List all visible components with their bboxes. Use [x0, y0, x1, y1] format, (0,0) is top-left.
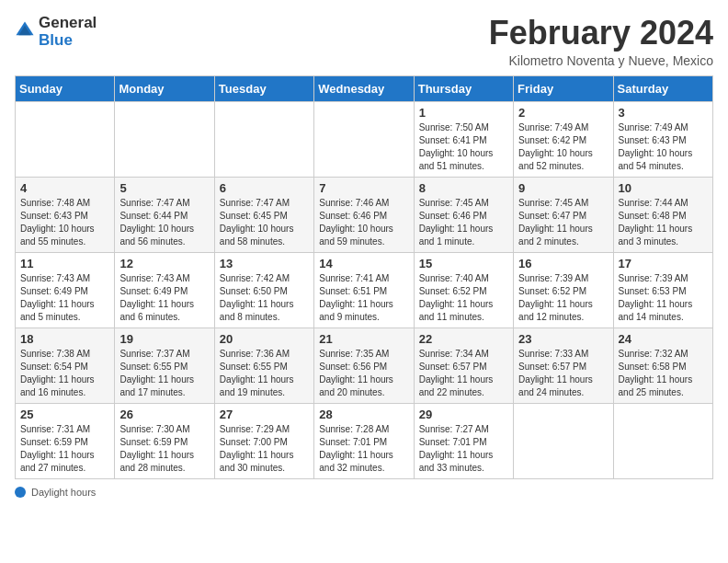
day-number: 2 [518, 106, 608, 120]
calendar-cell: 2Sunrise: 7:49 AM Sunset: 6:42 PM Daylig… [514, 101, 613, 177]
calendar-cell: 17Sunrise: 7:39 AM Sunset: 6:53 PM Dayli… [613, 252, 712, 327]
logo-icon [15, 20, 35, 40]
day-info: Sunrise: 7:46 AM Sunset: 6:46 PM Dayligh… [319, 197, 408, 248]
day-info: Sunrise: 7:43 AM Sunset: 6:49 PM Dayligh… [119, 272, 209, 324]
calendar-cell: 22Sunrise: 7:34 AM Sunset: 6:57 PM Dayli… [414, 327, 513, 403]
location-text: Kilometro Noventa y Nueve, Mexico [489, 53, 713, 68]
day-number: 25 [20, 408, 109, 421]
calendar-cell: 28Sunrise: 7:28 AM Sunset: 7:01 PM Dayli… [314, 403, 414, 478]
day-of-week-header: Monday [115, 75, 214, 101]
day-number: 7 [319, 181, 408, 195]
calendar-cell [214, 101, 313, 177]
calendar-cell: 4Sunrise: 7:48 AM Sunset: 6:43 PM Daylig… [16, 177, 115, 252]
calendar-cell: 16Sunrise: 7:39 AM Sunset: 6:52 PM Dayli… [514, 252, 613, 327]
calendar-week-row: 1Sunrise: 7:50 AM Sunset: 6:41 PM Daylig… [16, 101, 713, 177]
day-info: Sunrise: 7:34 AM Sunset: 6:57 PM Dayligh… [419, 348, 508, 399]
day-of-week-header: Saturday [613, 75, 712, 101]
day-info: Sunrise: 7:28 AM Sunset: 7:01 PM Dayligh… [319, 423, 408, 475]
day-info: Sunrise: 7:31 AM Sunset: 6:59 PM Dayligh… [20, 423, 109, 475]
day-number: 11 [20, 257, 109, 270]
calendar-cell: 23Sunrise: 7:33 AM Sunset: 6:57 PM Dayli… [514, 327, 613, 403]
calendar-cell: 26Sunrise: 7:30 AM Sunset: 6:59 PM Dayli… [115, 403, 214, 478]
calendar-cell [115, 101, 214, 177]
day-info: Sunrise: 7:45 AM Sunset: 6:46 PM Dayligh… [419, 197, 508, 248]
day-number: 15 [419, 257, 508, 270]
calendar-cell [314, 101, 414, 177]
calendar-cell: 27Sunrise: 7:29 AM Sunset: 7:00 PM Dayli… [214, 403, 313, 478]
page-header: General Blue February 2024 Kilometro Nov… [15, 15, 713, 68]
day-info: Sunrise: 7:29 AM Sunset: 7:00 PM Dayligh… [220, 423, 309, 475]
day-number: 4 [20, 181, 109, 195]
calendar-cell: 9Sunrise: 7:45 AM Sunset: 6:47 PM Daylig… [514, 177, 613, 252]
calendar-cell: 6Sunrise: 7:47 AM Sunset: 6:45 PM Daylig… [214, 177, 313, 252]
day-info: Sunrise: 7:39 AM Sunset: 6:52 PM Dayligh… [518, 272, 608, 324]
calendar-cell [613, 403, 712, 478]
month-title: February 2024 [489, 15, 713, 52]
day-number: 22 [419, 332, 508, 346]
day-number: 27 [220, 408, 309, 421]
day-number: 8 [419, 181, 508, 195]
day-number: 28 [319, 408, 408, 421]
day-number: 6 [220, 181, 309, 195]
day-number: 24 [619, 332, 708, 346]
day-info: Sunrise: 7:32 AM Sunset: 6:58 PM Dayligh… [619, 348, 708, 399]
day-info: Sunrise: 7:41 AM Sunset: 6:51 PM Dayligh… [319, 272, 408, 324]
day-number: 20 [220, 332, 309, 346]
day-info: Sunrise: 7:45 AM Sunset: 6:47 PM Dayligh… [518, 197, 608, 248]
day-number: 23 [518, 332, 608, 346]
day-of-week-header: Tuesday [214, 75, 313, 101]
footer-dot-icon [15, 487, 26, 498]
calendar-cell: 13Sunrise: 7:42 AM Sunset: 6:50 PM Dayli… [214, 252, 313, 327]
day-number: 19 [119, 332, 209, 346]
calendar-week-row: 4Sunrise: 7:48 AM Sunset: 6:43 PM Daylig… [16, 177, 713, 252]
day-info: Sunrise: 7:49 AM Sunset: 6:42 PM Dayligh… [518, 121, 608, 173]
calendar-cell: 10Sunrise: 7:44 AM Sunset: 6:48 PM Dayli… [613, 177, 712, 252]
day-info: Sunrise: 7:47 AM Sunset: 6:45 PM Dayligh… [220, 197, 309, 248]
day-number: 17 [619, 257, 708, 270]
day-of-week-header: Sunday [16, 75, 115, 101]
day-number: 14 [319, 257, 408, 270]
title-section: February 2024 Kilometro Noventa y Nueve,… [489, 15, 713, 68]
day-info: Sunrise: 7:40 AM Sunset: 6:52 PM Dayligh… [419, 272, 508, 324]
day-number: 26 [119, 408, 209, 421]
calendar-cell: 24Sunrise: 7:32 AM Sunset: 6:58 PM Dayli… [613, 327, 712, 403]
calendar-cell: 8Sunrise: 7:45 AM Sunset: 6:46 PM Daylig… [414, 177, 513, 252]
calendar-cell: 3Sunrise: 7:49 AM Sunset: 6:43 PM Daylig… [613, 101, 712, 177]
day-of-week-header: Friday [514, 75, 613, 101]
logo: General Blue [15, 15, 97, 49]
day-number: 3 [619, 106, 708, 120]
calendar-table: SundayMondayTuesdayWednesdayThursdayFrid… [15, 75, 713, 479]
day-info: Sunrise: 7:37 AM Sunset: 6:55 PM Dayligh… [119, 348, 209, 399]
day-info: Sunrise: 7:39 AM Sunset: 6:53 PM Dayligh… [619, 272, 708, 324]
calendar-cell: 7Sunrise: 7:46 AM Sunset: 6:46 PM Daylig… [314, 177, 414, 252]
calendar-header-row: SundayMondayTuesdayWednesdayThursdayFrid… [16, 75, 713, 101]
logo-blue-text: Blue [39, 32, 97, 50]
calendar-cell: 1Sunrise: 7:50 AM Sunset: 6:41 PM Daylig… [414, 101, 513, 177]
day-number: 21 [319, 332, 408, 346]
calendar-cell: 11Sunrise: 7:43 AM Sunset: 6:49 PM Dayli… [16, 252, 115, 327]
calendar-cell: 20Sunrise: 7:36 AM Sunset: 6:55 PM Dayli… [214, 327, 313, 403]
day-number: 12 [119, 257, 209, 270]
day-info: Sunrise: 7:44 AM Sunset: 6:48 PM Dayligh… [619, 197, 708, 248]
calendar-week-row: 11Sunrise: 7:43 AM Sunset: 6:49 PM Dayli… [16, 252, 713, 327]
calendar-cell: 14Sunrise: 7:41 AM Sunset: 6:51 PM Dayli… [314, 252, 414, 327]
day-info: Sunrise: 7:38 AM Sunset: 6:54 PM Dayligh… [20, 348, 109, 399]
day-info: Sunrise: 7:42 AM Sunset: 6:50 PM Dayligh… [220, 272, 309, 324]
daylight-label: Daylight hours [31, 487, 96, 498]
logo-general-text: General [39, 15, 97, 32]
calendar-cell: 5Sunrise: 7:47 AM Sunset: 6:44 PM Daylig… [115, 177, 214, 252]
day-info: Sunrise: 7:43 AM Sunset: 6:49 PM Dayligh… [20, 272, 109, 324]
calendar-cell: 29Sunrise: 7:27 AM Sunset: 7:01 PM Dayli… [414, 403, 513, 478]
day-info: Sunrise: 7:50 AM Sunset: 6:41 PM Dayligh… [419, 121, 508, 173]
day-info: Sunrise: 7:47 AM Sunset: 6:44 PM Dayligh… [119, 197, 209, 248]
calendar-cell: 12Sunrise: 7:43 AM Sunset: 6:49 PM Dayli… [115, 252, 214, 327]
day-number: 16 [518, 257, 608, 270]
day-info: Sunrise: 7:48 AM Sunset: 6:43 PM Dayligh… [20, 197, 109, 248]
calendar-cell: 19Sunrise: 7:37 AM Sunset: 6:55 PM Dayli… [115, 327, 214, 403]
day-number: 10 [619, 181, 708, 195]
calendar-cell: 15Sunrise: 7:40 AM Sunset: 6:52 PM Dayli… [414, 252, 513, 327]
day-number: 29 [419, 408, 508, 421]
calendar-cell: 18Sunrise: 7:38 AM Sunset: 6:54 PM Dayli… [16, 327, 115, 403]
day-info: Sunrise: 7:36 AM Sunset: 6:55 PM Dayligh… [220, 348, 309, 399]
day-number: 9 [518, 181, 608, 195]
